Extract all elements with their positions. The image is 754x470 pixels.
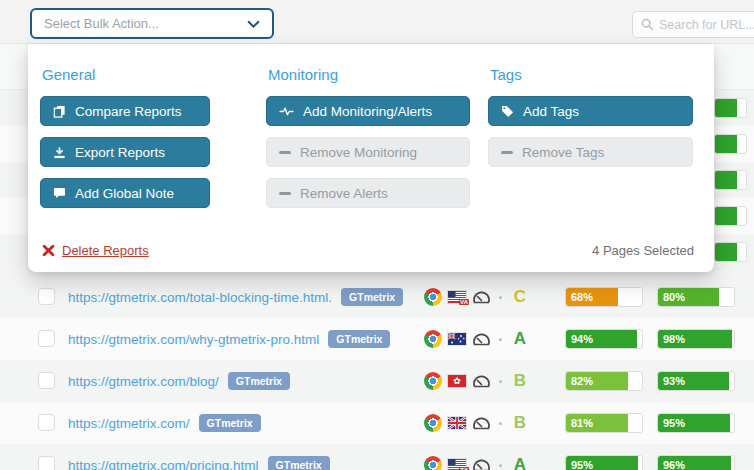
button-label: Compare Reports [75,104,182,119]
ellipsis-dot [499,422,502,425]
section-title: Tags [490,66,693,83]
add-monitoring-alerts-button[interactable]: Add Monitoring/Alerts [266,96,470,126]
panel-footer: Delete Reports 4 Pages Selected [42,243,694,258]
structure-bar: 95% [657,413,735,433]
minus-icon [279,151,291,154]
flag-gb-icon [448,417,466,429]
button-label: Add Monitoring/Alerts [303,104,432,119]
structure-bar: 80% [657,287,735,307]
structure-value: 93% [663,375,685,387]
gauge-icon [472,417,491,430]
bulk-action-select[interactable]: Select Bulk Action... [30,8,274,39]
gauge-icon [472,333,491,346]
section-general: General Compare Reports Export Reports A… [40,44,210,219]
toolbar: Select Bulk Action... Search for URL... [0,0,754,44]
progress-bar-fragment [714,242,747,262]
progress-bar-fragment [714,170,747,190]
gtmetrix-dashboard: Select Bulk Action... Search for URL... … [0,0,754,470]
section-title: Monitoring [268,66,470,83]
structure-value: 95% [663,417,685,429]
report-url-link[interactable]: https://gtmetrix.com/total-blocking-time… [68,290,332,305]
grade-letter: A [505,444,535,470]
chrome-icon [424,330,442,348]
grade-letter: B [505,360,535,402]
row-checkbox[interactable] [38,456,55,470]
add-tags-button[interactable]: Add Tags [488,96,693,126]
minus-icon [279,192,291,195]
chrome-icon [424,288,442,306]
delete-x-icon [42,244,55,257]
button-label: Remove Monitoring [300,145,417,160]
table-row: https://gtmetrix.com/blog/ GTmetrix B 82… [0,360,754,402]
server-location-label: VA [459,299,469,305]
progress-bar-fragment [714,98,747,118]
tag-badge[interactable]: GTmetrix [341,288,403,306]
tag-badge[interactable]: GTmetrix [228,372,290,390]
tag-badge[interactable]: GTmetrix [199,414,261,432]
button-label: Remove Tags [522,145,604,160]
report-url-link[interactable]: https://gtmetrix.com/why-gtmetrix-pro.ht… [68,332,319,347]
remove-tags-button[interactable]: Remove Tags [488,137,693,167]
performance-value: 95% [571,459,593,470]
performance-bar: 82% [565,371,643,391]
structure-value: 96% [663,459,685,470]
flag-us-icon: TX [448,459,466,470]
selection-status: 4 Pages Selected [592,243,694,258]
progress-bar-fragment [714,134,747,154]
pulse-icon [279,106,294,117]
add-global-note-button[interactable]: Add Global Note [40,178,210,208]
bulk-action-panel: General Compare Reports Export Reports A… [28,44,714,272]
url-search-input[interactable]: Search for URL... [632,11,754,38]
section-title: General [42,66,210,83]
download-icon [53,146,66,159]
performance-value: 81% [571,417,593,429]
structure-bar: 98% [657,329,735,349]
performance-value: 82% [571,375,593,387]
row-checkbox[interactable] [38,288,55,305]
performance-bar: 68% [565,287,643,307]
row-checkbox[interactable] [38,372,55,389]
delete-reports-link[interactable]: Delete Reports [42,243,149,258]
structure-bar: 96% [657,455,735,470]
structure-value: 80% [663,291,685,303]
row-checkbox[interactable] [38,330,55,347]
tag-badge[interactable]: GTmetrix [328,330,390,348]
delete-reports-label: Delete Reports [62,243,149,258]
section-monitoring: Monitoring Add Monitoring/Alerts Remove … [266,44,470,219]
chevron-down-icon [247,20,260,28]
bulk-action-label: Select Bulk Action... [44,16,247,31]
button-label: Remove Alerts [300,186,388,201]
remove-monitoring-button[interactable]: Remove Monitoring [266,137,470,167]
copy-icon [53,105,66,118]
report-url-link[interactable]: https://gtmetrix.com/blog/ [68,374,219,389]
progress-bar-fragment [714,206,747,226]
grade-letter: C [505,276,535,318]
grade-letter: A [505,318,535,360]
flag-hk-icon [448,375,466,387]
export-reports-button[interactable]: Export Reports [40,137,210,167]
search-icon [641,18,654,31]
gauge-icon [472,459,491,470]
performance-bar: 95% [565,455,643,470]
row-checkbox[interactable] [38,414,55,431]
structure-bar: 93% [657,371,735,391]
search-placeholder: Search for URL... [659,18,754,32]
gauge-icon [472,375,491,388]
compare-reports-button[interactable]: Compare Reports [40,96,210,126]
report-url-link[interactable]: https://gtmetrix.com/ [68,416,190,431]
tag-badge[interactable]: GTmetrix [268,456,330,470]
grade-letter: B [505,402,535,444]
button-label: Add Global Note [75,186,174,201]
reports-table: https://gtmetrix.com/total-blocking-time… [0,276,754,470]
chrome-icon [424,372,442,390]
structure-value: 98% [663,333,685,345]
table-row: https://gtmetrix.com/ GTmetrix B 81% 95% [0,402,754,444]
table-row: https://gtmetrix.com/pricing.html GTmetr… [0,444,754,470]
button-label: Export Reports [75,145,165,160]
performance-bar: 81% [565,413,643,433]
tag-icon [501,105,514,118]
flag-au-icon [448,333,466,345]
report-url-link[interactable]: https://gtmetrix.com/pricing.html [68,458,259,470]
section-tags: Tags Add Tags Remove Tags [488,44,693,178]
remove-alerts-button[interactable]: Remove Alerts [266,178,470,208]
